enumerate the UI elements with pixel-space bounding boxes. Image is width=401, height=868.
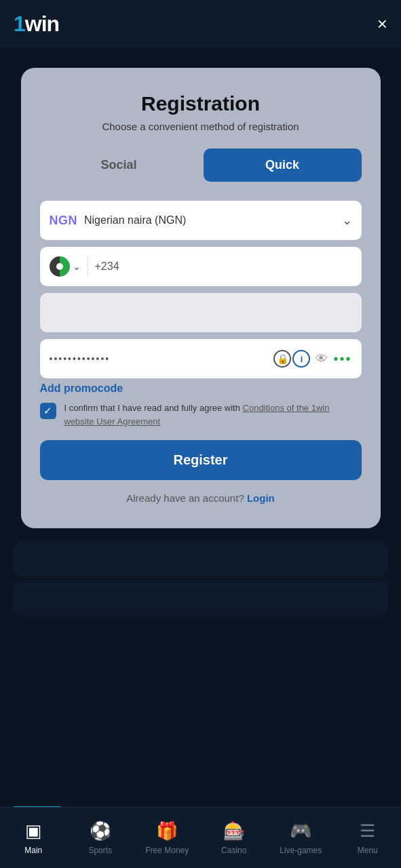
terms-checkbox-row: ✓ I confirm that I have read and fully a…	[40, 401, 362, 428]
password-input[interactable]: ••••••••••••• 🔒 i 👁 •••	[40, 339, 362, 378]
page-content: Registration Choose a convenient method …	[0, 47, 401, 821]
nav-label-live-games: Live-games	[280, 846, 322, 855]
login-link[interactable]: Login	[247, 492, 275, 504]
nav-item-sports[interactable]: ⚽ Sports	[77, 821, 124, 855]
close-button[interactable]: ×	[377, 15, 387, 33]
nigeria-flag-icon	[50, 256, 70, 277]
sports-icon: ⚽	[90, 821, 111, 842]
nav-item-casino[interactable]: 🎰 Casino	[210, 821, 258, 855]
nav-item-live-games[interactable]: 🎮 Live-games	[277, 821, 324, 855]
modal-title: Registration	[141, 92, 260, 115]
password-icons: 🔒 i 👁 •••	[273, 350, 351, 368]
registration-form: NGN Nigerian naira (NGN) ⌄ ⌄ +234 ••••••…	[40, 201, 362, 378]
register-button[interactable]: Register	[40, 440, 362, 480]
lock-badge: 🔒 i	[273, 350, 310, 368]
eye-icon[interactable]: 👁	[316, 352, 328, 366]
bottom-nav: ▣ Main ⚽ Sports 🎁 Free Money 🎰 Casino 🎮 …	[0, 807, 401, 868]
login-row: Already have an account? Login	[126, 492, 274, 504]
nav-label-free-money: Free Money	[145, 846, 189, 855]
info-icon: i	[292, 350, 310, 368]
nav-item-menu[interactable]: ☰ Menu	[344, 821, 392, 855]
more-options-icon[interactable]: •••	[333, 351, 351, 367]
tab-social[interactable]: Social	[40, 149, 198, 182]
logo: 1win	[14, 12, 59, 37]
bg-card-1	[14, 542, 387, 576]
email-input[interactable]	[40, 293, 362, 332]
phone-country-selector[interactable]: ⌄	[50, 256, 88, 277]
phone-field[interactable]: ⌄ +234	[40, 247, 362, 286]
nav-label-sports: Sports	[88, 846, 112, 855]
nav-label-casino: Casino	[221, 846, 246, 855]
nav-label-main: Main	[24, 846, 42, 855]
chevron-down-icon: ⌄	[342, 213, 352, 228]
password-dots: •••••••••••••	[50, 353, 274, 364]
terms-text: I confirm that I have read and fully agr…	[64, 401, 362, 428]
free-money-icon: 🎁	[156, 821, 178, 842]
menu-icon: ☰	[360, 821, 375, 842]
currency-selector[interactable]: NGN Nigerian naira (NGN) ⌄	[40, 201, 362, 240]
checkmark-icon: ✓	[43, 405, 52, 417]
lock-icon: 🔒	[273, 350, 291, 368]
modal-subtitle: Choose a convenient method of registrati…	[102, 121, 299, 132]
logo-text: 1win	[14, 12, 59, 37]
registration-tabs: Social Quick	[40, 149, 362, 182]
currency-name: Nigerian naira (NGN)	[84, 214, 342, 226]
phone-number-input[interactable]: +234	[95, 260, 119, 273]
live-games-icon: 🎮	[290, 821, 311, 842]
chevron-down-icon: ⌄	[73, 261, 81, 272]
main-icon: ▣	[25, 821, 42, 842]
nav-item-main[interactable]: ▣ Main	[9, 821, 57, 855]
terms-checkbox[interactable]: ✓	[40, 403, 56, 419]
nav-label-menu: Menu	[358, 846, 378, 855]
header: 1win ×	[0, 0, 401, 47]
nav-item-free-money[interactable]: 🎁 Free Money	[143, 821, 191, 855]
bg-card-2	[14, 581, 387, 615]
currency-code: NGN	[50, 214, 78, 228]
casino-icon: 🎰	[223, 821, 245, 842]
add-promocode-link[interactable]: Add promocode	[40, 382, 123, 395]
tab-quick[interactable]: Quick	[204, 149, 362, 182]
background-content	[0, 542, 401, 620]
registration-modal: Registration Choose a convenient method …	[21, 68, 381, 528]
